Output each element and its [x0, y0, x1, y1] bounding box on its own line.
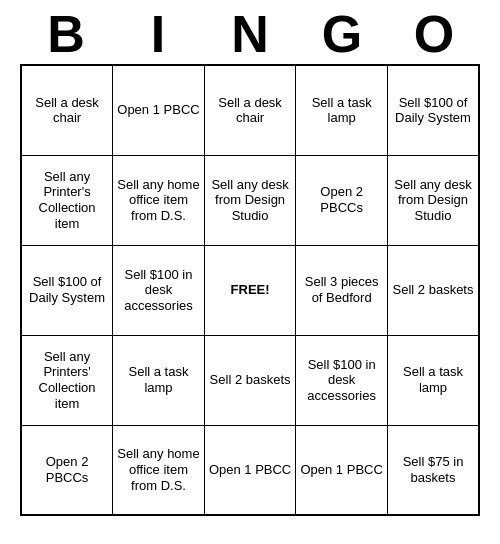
grid-cell-r4-c0: Open 2 PBCCs: [21, 425, 113, 515]
grid-cell-r3-c1: Sell a task lamp: [113, 335, 205, 425]
bingo-header: B I N G O: [20, 0, 480, 64]
grid-cell-r4-c3: Open 1 PBCC: [296, 425, 388, 515]
grid-cell-r1-c2: Sell any desk from Design Studio: [204, 155, 295, 245]
grid-cell-r0-c4: Sell $100 of Daily System: [388, 65, 479, 155]
letter-i: I: [118, 8, 198, 60]
letter-g: G: [302, 8, 382, 60]
grid-cell-r0-c0: Sell a desk chair: [21, 65, 113, 155]
grid-cell-r2-c3: Sell 3 pieces of Bedford: [296, 245, 388, 335]
letter-o: O: [394, 8, 474, 60]
grid-cell-r3-c0: Sell any Printers' Collection item: [21, 335, 113, 425]
grid-cell-r2-c1: Sell $100 in desk accessories: [113, 245, 205, 335]
grid-cell-r1-c4: Sell any desk from Design Studio: [388, 155, 479, 245]
grid-cell-r0-c2: Sell a desk chair: [204, 65, 295, 155]
bingo-grid: Sell a desk chairOpen 1 PBCCSell a desk …: [20, 64, 480, 516]
grid-cell-r3-c4: Sell a task lamp: [388, 335, 479, 425]
grid-cell-r3-c2: Sell 2 baskets: [204, 335, 295, 425]
grid-cell-r2-c4: Sell 2 baskets: [388, 245, 479, 335]
grid-cell-r2-c0: Sell $100 of Daily System: [21, 245, 113, 335]
letter-n: N: [210, 8, 290, 60]
grid-cell-r3-c3: Sell $100 in desk accessories: [296, 335, 388, 425]
grid-cell-r0-c1: Open 1 PBCC: [113, 65, 205, 155]
grid-cell-r1-c3: Open 2 PBCCs: [296, 155, 388, 245]
grid-cell-r0-c3: Sell a task lamp: [296, 65, 388, 155]
grid-cell-r4-c4: Sell $75 in baskets: [388, 425, 479, 515]
grid-cell-r1-c1: Sell any home office item from D.S.: [113, 155, 205, 245]
grid-cell-r2-c2: FREE!: [204, 245, 295, 335]
grid-cell-r1-c0: Sell any Printer's Collection item: [21, 155, 113, 245]
grid-cell-r4-c2: Open 1 PBCC: [204, 425, 295, 515]
grid-cell-r4-c1: Sell any home office item from D.S.: [113, 425, 205, 515]
letter-b: B: [26, 8, 106, 60]
